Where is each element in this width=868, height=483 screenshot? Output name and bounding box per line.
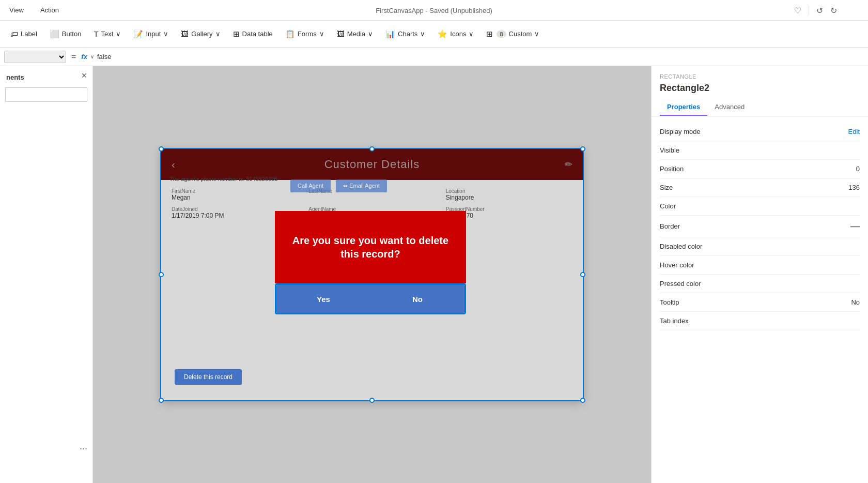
right-panel-section-label: RECTANGLE — [652, 66, 868, 82]
equals-sign: = — [69, 52, 78, 62]
customer-details-title: Customer Details — [324, 158, 420, 171]
properties-body: Display mode Edit Visible Position 0 Siz… — [652, 116, 868, 483]
display-mode-value: Edit — [848, 128, 860, 135]
position-value: 0 — [856, 165, 860, 173]
fx-label: fx — [81, 53, 87, 61]
gallery-dropdown-icon: ∨ — [215, 30, 221, 38]
toolbar-charts[interactable]: 📊 Charts ∨ — [380, 26, 430, 42]
call-agent-button[interactable]: Call Agent — [290, 179, 331, 192]
email-agent-button[interactable]: ⇔ Email Agent — [336, 179, 387, 192]
handle-tm[interactable] — [369, 146, 375, 152]
property-pressed-color: Pressed color — [660, 275, 860, 293]
toolbar-button[interactable]: ⬜ Button — [44, 26, 87, 42]
edit-button[interactable]: ✏ — [565, 159, 572, 170]
formula-selector[interactable] — [4, 51, 66, 63]
forms-icon: 📋 — [285, 29, 295, 39]
text-icon: T — [94, 29, 98, 38]
customer-header: ‹ Customer Details ✏ — [161, 149, 583, 180]
tab-properties[interactable]: Properties — [660, 99, 707, 116]
firstname-label: FirstName — [172, 188, 298, 194]
property-visible: Visible — [660, 141, 860, 160]
location-label: Location — [446, 188, 572, 194]
custom-dropdown-icon: ∨ — [534, 30, 539, 38]
visible-label: Visible — [660, 146, 679, 154]
yes-no-container[interactable]: Yes No — [275, 283, 466, 314]
property-size: Size 136 — [660, 178, 860, 197]
tooltip-label: Tooltip — [660, 298, 679, 306]
input-dropdown-icon: ∨ — [163, 30, 168, 38]
custom-icon: ⊞ — [486, 29, 493, 39]
formula-input[interactable] — [97, 53, 864, 61]
toolbar-custom[interactable]: ⊞ 8 Custom ∨ — [481, 26, 545, 42]
formula-chevron-icon: ∨ — [90, 54, 94, 59]
redo-icon[interactable]: ↻ — [830, 6, 837, 16]
display-mode-label: Display mode — [660, 128, 701, 135]
field-location: Location Singapore — [446, 188, 572, 201]
delete-record-button[interactable]: Delete this record — [175, 369, 242, 385]
no-button[interactable]: No — [370, 285, 464, 313]
pressed-color-label: Pressed color — [660, 280, 701, 288]
text-dropdown-icon: ∨ — [116, 30, 121, 38]
color-label: Color — [660, 202, 676, 210]
toolbar-input[interactable]: 📝 Input ∨ — [128, 26, 174, 42]
icons-dropdown-icon: ∨ — [469, 30, 474, 38]
property-tooltip: Tooltip No — [660, 293, 860, 312]
toolbar-media[interactable]: 🖼 Media ∨ — [332, 26, 378, 41]
component-search-input[interactable] — [5, 87, 87, 102]
handle-ml[interactable] — [159, 272, 164, 277]
yes-button[interactable]: Yes — [276, 285, 370, 313]
border-value: — — [850, 221, 860, 232]
menu-item-view[interactable]: View — [6, 4, 27, 16]
menu-item-action[interactable]: Action — [37, 4, 62, 16]
disabled-color-label: Disabled color — [660, 243, 702, 250]
handle-bm[interactable] — [369, 398, 375, 403]
handle-tr[interactable] — [580, 146, 585, 152]
handle-br[interactable] — [580, 398, 585, 403]
icons-icon: ⭐ — [438, 29, 447, 39]
back-button[interactable]: ‹ — [172, 159, 175, 171]
location-value: Singapore — [446, 194, 572, 201]
close-panel-icon[interactable]: ✕ — [81, 71, 87, 80]
app-title: FirstCanvasApp - Saved (Unpublished) — [376, 7, 492, 14]
size-value: 136 — [848, 184, 860, 191]
property-display-mode: Display mode Edit — [660, 123, 860, 141]
property-tab-index: Tab index — [660, 312, 860, 330]
property-border: Border — — [660, 216, 860, 237]
health-icon: ♡ — [794, 6, 801, 16]
handle-bl[interactable] — [159, 398, 164, 403]
handle-mr[interactable] — [580, 272, 585, 277]
customer-body: FirstName Megan LastName Location Singap… — [161, 180, 583, 234]
charts-icon: 📊 — [385, 29, 395, 39]
toolbar-text[interactable]: T Text ∨ — [88, 26, 126, 41]
datatable-icon: ⊞ — [233, 29, 240, 39]
undo-icon[interactable]: ↺ — [816, 6, 823, 16]
media-icon: 🖼 — [337, 29, 345, 38]
more-options-icon[interactable]: ... — [80, 441, 87, 452]
forms-dropdown-icon: ∨ — [319, 30, 324, 38]
handle-tl[interactable] — [159, 146, 164, 152]
customer-screen: ‹ Customer Details ✏ FirstName Megan Las… — [161, 149, 583, 400]
toolbar-label[interactable]: 🏷 Label — [5, 26, 42, 41]
delete-confirmation-text: Are you sure you want to delete this rec… — [283, 234, 458, 261]
tab-advanced[interactable]: Advanced — [707, 99, 752, 116]
media-dropdown-icon: ∨ — [368, 30, 373, 38]
firstname-value: Megan — [172, 194, 298, 201]
field-firstname: FirstName Megan — [172, 188, 298, 201]
position-label: Position — [660, 165, 684, 173]
left-panel: ✕ nents ... — [0, 66, 93, 483]
delete-confirmation-overlay: Are you sure you want to delete this rec… — [275, 211, 466, 283]
property-color: Color — [660, 197, 860, 216]
border-label: Border — [660, 222, 680, 230]
toolbar-forms[interactable]: 📋 Forms ∨ — [280, 26, 330, 42]
property-hover-color: Hover color — [660, 256, 860, 275]
size-label: Size — [660, 184, 673, 191]
gallery-icon: 🖼 — [181, 29, 189, 38]
toolbar-icons[interactable]: ⭐ Icons ∨ — [432, 26, 479, 42]
canvas-area: ‹ Customer Details ✏ FirstName Megan Las… — [93, 66, 651, 483]
left-panel-title: nents — [0, 66, 92, 85]
toolbar-datatable[interactable]: ⊞ Data table — [228, 26, 278, 42]
charts-dropdown-icon: ∨ — [420, 30, 425, 38]
label-icon: 🏷 — [10, 29, 18, 38]
toolbar-gallery[interactable]: 🖼 Gallery ∨ — [176, 26, 225, 41]
tooltip-value: No — [851, 298, 860, 306]
